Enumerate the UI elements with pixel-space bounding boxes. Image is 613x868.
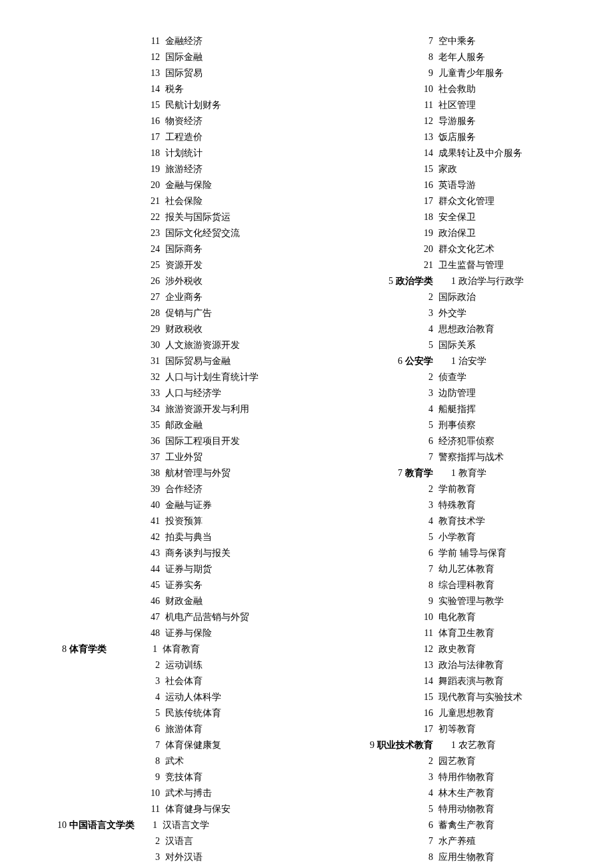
list-row: 9竞技体育	[27, 769, 300, 785]
item-number: 1	[436, 273, 458, 289]
item-name: 小学教育	[436, 529, 586, 545]
category-number: 10	[27, 817, 69, 833]
item-number: 3	[27, 673, 163, 689]
item-name: 思想政治教育	[436, 321, 586, 337]
list-row: 20群众文化艺术	[313, 241, 586, 257]
list-row: 16英语导游	[313, 177, 586, 193]
item-name: 企业商务	[163, 289, 300, 305]
item-number: 2	[27, 833, 163, 849]
list-row: 44证券与期货	[27, 561, 300, 577]
list-row: 2园艺教育	[313, 753, 586, 769]
item-name: 证券与期货	[163, 561, 300, 577]
list-row: 11金融经济	[27, 33, 300, 49]
list-row: 7水产养殖	[313, 833, 586, 849]
category-name: 公安学	[405, 353, 433, 369]
item-name: 合作经济	[163, 481, 300, 497]
item-name: 财政税收	[163, 321, 300, 337]
item-name: 应用生物教育	[436, 849, 586, 865]
list-row: 9儿童青少年服务	[313, 65, 586, 81]
item-name: 金融经济	[163, 33, 300, 49]
list-row: 31国际贸易与金融	[27, 353, 300, 369]
list-row: 5特用动物教育	[313, 801, 586, 817]
list-row: 3边防管理	[313, 385, 586, 401]
list-row: 43商务谈判与报关	[27, 545, 300, 561]
item-number: 41	[27, 513, 163, 529]
item-name: 儿童思想教育	[436, 705, 586, 721]
list-row: 3外交学	[313, 305, 586, 321]
item-name: 政治保卫	[436, 225, 586, 241]
item-number: 3	[313, 385, 436, 401]
item-name: 实验管理与教学	[436, 593, 586, 609]
list-row: 7体育保健康复	[27, 737, 300, 753]
item-name: 卫生监督与管理	[436, 257, 586, 273]
category-number: 9	[356, 737, 377, 753]
item-name: 国际商务	[163, 241, 300, 257]
item-name: 社会救助	[436, 81, 586, 97]
item-name: 拍卖与典当	[163, 529, 300, 545]
item-name: 人文旅游资源开发	[163, 337, 300, 353]
item-name: 旅游体育	[163, 721, 300, 737]
item-name: 运动训练	[163, 657, 300, 673]
item-name: 体育教育	[160, 641, 300, 657]
item-name: 对外汉语	[163, 849, 300, 865]
item-name: 促销与广告	[163, 305, 300, 321]
item-number: 18	[313, 209, 436, 225]
item-number: 2	[313, 289, 436, 305]
list-row: 11社区管理	[313, 97, 586, 113]
list-row: 12导游服务	[313, 113, 586, 129]
item-number: 17	[313, 193, 436, 209]
item-name: 治安学	[458, 353, 586, 369]
item-number: 16	[313, 705, 436, 721]
list-row: 40金融与证券	[27, 497, 300, 513]
item-name: 老年人服务	[436, 49, 586, 65]
item-number: 4	[313, 401, 436, 417]
list-row: 14成果转让及中介服务	[313, 145, 586, 161]
list-row: 7空中乘务	[313, 33, 586, 49]
item-name: 特用动物教育	[436, 801, 586, 817]
item-number: 8	[313, 577, 436, 593]
item-number: 4	[313, 513, 436, 529]
item-number: 14	[313, 145, 436, 161]
item-name: 体育健身与保安	[163, 801, 300, 817]
item-number: 17	[313, 721, 436, 737]
item-number: 4	[313, 321, 436, 337]
item-number: 6	[313, 545, 436, 561]
list-row: 8体育学类1体育教育	[27, 641, 300, 657]
list-row: 45证券实务	[27, 577, 300, 593]
item-name: 证券与保险	[163, 625, 300, 641]
item-name: 武术	[163, 753, 300, 769]
item-name: 武术与搏击	[163, 785, 300, 801]
item-name: 教育技术学	[436, 513, 586, 529]
list-row: 13饭店服务	[313, 129, 586, 145]
item-number: 26	[27, 273, 163, 289]
item-name: 资源开发	[163, 257, 300, 273]
category-number: 7	[384, 465, 405, 481]
list-row: 15民航计划财务	[27, 97, 300, 113]
item-name: 林木生产教育	[436, 785, 586, 801]
list-row: 16儿童思想教育	[313, 705, 586, 721]
item-number: 15	[313, 161, 436, 177]
list-row: 14舞蹈表演与教育	[313, 673, 586, 689]
right-column: 7空中乘务8老年人服务9儿童青少年服务10社会救助11社区管理12导游服务13饭…	[313, 33, 586, 865]
list-row: 10社会救助	[313, 81, 586, 97]
item-number: 21	[27, 193, 163, 209]
item-number: 8	[313, 49, 436, 65]
list-row: 12国际金融	[27, 49, 300, 65]
item-name: 农艺教育	[458, 737, 586, 753]
list-row: 7警察指挥与战术	[313, 449, 586, 465]
list-row: 3特用作物教育	[313, 769, 586, 785]
item-name: 群众文化管理	[436, 193, 586, 209]
list-row: 23国际文化经贸交流	[27, 225, 300, 241]
item-name: 群众文化艺术	[436, 241, 586, 257]
item-name: 报关与国际货运	[163, 209, 300, 225]
list-row: 34旅游资源开发与利用	[27, 401, 300, 417]
item-name: 政史教育	[436, 641, 586, 657]
item-name: 水产养殖	[436, 833, 586, 849]
item-name: 幼儿艺体教育	[436, 561, 586, 577]
item-number: 11	[27, 801, 163, 817]
item-number: 7	[313, 449, 436, 465]
item-number: 6	[313, 433, 436, 449]
item-name: 外交学	[436, 305, 586, 321]
item-name: 边防管理	[436, 385, 586, 401]
item-number: 3	[27, 849, 163, 865]
